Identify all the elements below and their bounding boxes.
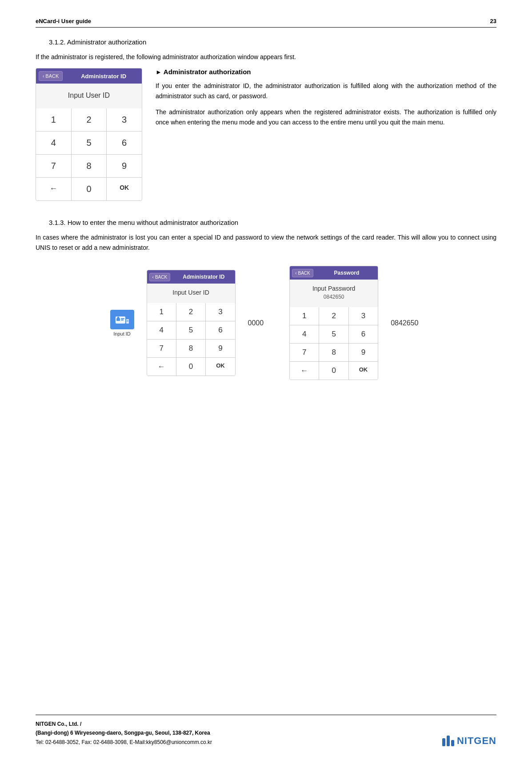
section-312-heading: 3.1.2. Administrator authorization [49, 38, 496, 46]
right-value-label: 0842650 [391, 319, 418, 327]
back-label-2: BACK [155, 275, 167, 280]
keypad-grid-2: 1 2 3 4 5 6 7 8 9 ← 0 OK [147, 303, 235, 376]
key-2[interactable]: 2 [72, 108, 107, 131]
key2-7[interactable]: 7 [147, 340, 176, 357]
key2-4[interactable]: 4 [147, 321, 176, 339]
logo-bar-1 [442, 738, 445, 746]
back-arrow-icon-1: ‹ [43, 74, 44, 79]
key3-2[interactable]: 2 [319, 307, 348, 325]
admin-id-keypad-widget: ‹ BACK Administrator ID Input User ID 1 … [36, 68, 142, 201]
keypad-display-2: Input User ID [147, 284, 235, 299]
key-backspace[interactable]: ← [36, 178, 71, 200]
back-button-1[interactable]: ‹ BACK [39, 71, 63, 81]
key3-1[interactable]: 1 [290, 307, 319, 325]
key-9[interactable]: 9 [107, 155, 142, 177]
key3-backspace[interactable]: ← [290, 362, 319, 380]
key-1[interactable]: 1 [36, 108, 71, 131]
key3-3[interactable]: 3 [349, 307, 378, 325]
key3-ok[interactable]: OK [349, 362, 378, 380]
keypad-grid-1: 1 2 3 4 5 6 7 8 9 ← 0 OK [36, 108, 142, 200]
section-313-heading: 3.1.3. How to enter the menu without adm… [49, 219, 496, 226]
key-ok[interactable]: OK [107, 178, 142, 200]
bullet-arrow-icon: ► [156, 68, 162, 76]
key-8[interactable]: 8 [72, 155, 107, 177]
keypad-grid-3: 1 2 3 4 5 6 7 8 9 ← 0 OK [290, 307, 378, 380]
key-7[interactable]: 7 [36, 155, 71, 177]
footer-text-block: NITGEN Co., Ltd. / (Bangi-dong) 6 Wiryes… [36, 720, 212, 747]
footer-logo: NITGEN [442, 735, 496, 747]
key-0[interactable]: 0 [72, 178, 107, 200]
keypad-title-1: Administrator ID [65, 73, 142, 80]
footer-company: NITGEN Co., Ltd. / [36, 721, 81, 727]
keypad-header-1: ‹ BACK Administrator ID [36, 68, 142, 84]
keypad-title-2: Administrator ID [172, 274, 235, 280]
key-5[interactable]: 5 [72, 132, 107, 154]
keypad-display-1: Input User ID [36, 84, 142, 104]
key3-8[interactable]: 8 [319, 344, 348, 361]
section-312-bullet: ► Administrator authorization [156, 68, 496, 76]
key2-0[interactable]: 0 [176, 358, 205, 376]
keypad-widget-3: ‹ BACK Password Input Password 0842650 1… [289, 266, 378, 380]
back-label-3: BACK [298, 271, 310, 276]
keypad-widget-1: ‹ BACK Administrator ID Input User ID 1 … [36, 68, 142, 201]
keypad-title-3: Password [316, 270, 378, 276]
key3-9[interactable]: 9 [349, 344, 378, 361]
input-id-svg [115, 313, 130, 326]
input-id-label: Input ID [113, 331, 131, 336]
page-header: eNCard-i User guide 23 [36, 18, 496, 28]
right-keypad-wrapper: ‹ BACK Password Input Password 0842650 1… [289, 266, 378, 380]
back-button-3[interactable]: ‹ BACK [292, 269, 313, 277]
page-number: 23 [490, 18, 496, 24]
key2-6[interactable]: 6 [206, 321, 235, 339]
nitgen-logo-icon [442, 736, 454, 746]
footer-contact: Tel: 02-6488-3052, Fax: 02-6488-3098, E-… [36, 738, 212, 747]
nitgen-logo-text: NITGEN [457, 735, 496, 747]
key3-0[interactable]: 0 [319, 362, 348, 380]
svg-rect-2 [121, 318, 124, 319]
key2-8[interactable]: 8 [176, 340, 205, 357]
key2-backspace[interactable]: ← [147, 358, 176, 376]
footer-address: (Bangi-dong) 6 Wiryeseong-daero, Songpa-… [36, 728, 212, 737]
keypad-header-2: ‹ BACK Administrator ID [147, 270, 235, 284]
key-4[interactable]: 4 [36, 132, 71, 154]
key2-5[interactable]: 5 [176, 321, 205, 339]
section-312-desc1: If you enter the administrator ID, the a… [156, 81, 496, 101]
back-arrow-icon-2: ‹ [152, 275, 154, 280]
input-id-block: Input ID [110, 310, 134, 336]
back-button-2[interactable]: ‹ BACK [149, 273, 171, 281]
section-312-desc2: The administrator authorization only app… [156, 107, 496, 127]
key-6[interactable]: 6 [107, 132, 142, 154]
page-footer: NITGEN Co., Ltd. / (Bangi-dong) 6 Wiryes… [36, 715, 496, 747]
key2-3[interactable]: 3 [206, 303, 235, 321]
section-312-layout: ‹ BACK Administrator ID Input User ID 1 … [36, 68, 496, 201]
back-label-1: BACK [45, 73, 59, 79]
section-312-intro: If the administrator is registered, the … [36, 52, 496, 62]
keypad-header-3: ‹ BACK Password [290, 266, 378, 280]
key2-ok[interactable]: OK [206, 358, 235, 376]
doc-title: eNCard-i User guide [36, 18, 91, 24]
back-arrow-icon-3: ‹ [295, 271, 296, 276]
left-keypad-wrapper: ‹ BACK Administrator ID Input User ID 1 … [147, 270, 236, 376]
key-3[interactable]: 3 [107, 108, 142, 131]
logo-bar-3 [451, 740, 454, 746]
section-312-right: ► Administrator authorization If you ent… [156, 68, 496, 133]
section-313-body: In cases where the administrator is lost… [36, 232, 496, 252]
key2-2[interactable]: 2 [176, 303, 205, 321]
key3-6[interactable]: 6 [349, 325, 378, 343]
key2-9[interactable]: 9 [206, 340, 235, 357]
svg-point-4 [117, 316, 119, 319]
key2-1[interactable]: 1 [147, 303, 176, 321]
left-value-label: 0000 [248, 319, 264, 327]
keypad-display-3: Input Password 0842650 [290, 280, 378, 303]
section-313-keypads: Input ID ‹ BACK Administrator ID Input U… [36, 266, 496, 380]
keypad-widget-2: ‹ BACK Administrator ID Input User ID 1 … [147, 270, 236, 376]
key3-4[interactable]: 4 [290, 325, 319, 343]
logo-bar-2 [447, 736, 450, 746]
key3-7[interactable]: 7 [290, 344, 319, 361]
input-id-icon [110, 310, 134, 329]
svg-rect-3 [121, 320, 124, 320]
key3-5[interactable]: 5 [319, 325, 348, 343]
